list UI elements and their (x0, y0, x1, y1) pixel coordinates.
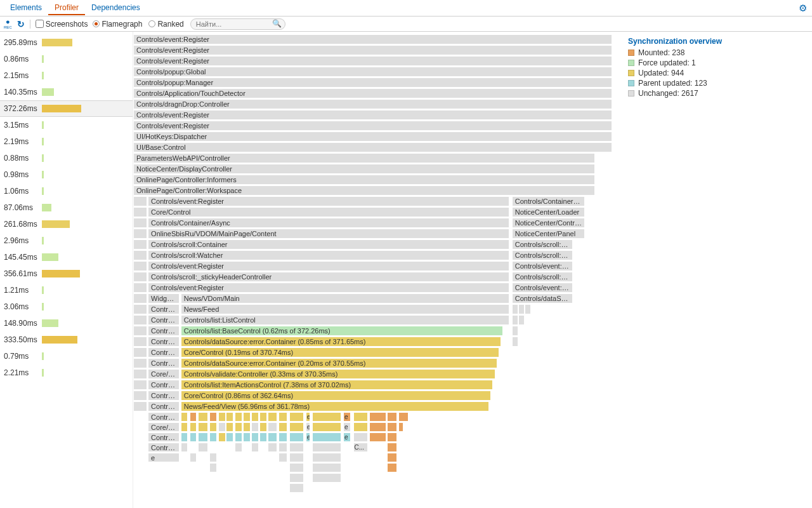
flame-bar[interactable] (133, 239, 147, 250)
flame-bar[interactable]: Control... (148, 326, 180, 336)
flame-bar[interactable]: Controls/dragnDrop:Controller (133, 99, 612, 109)
flame-bar[interactable] (226, 412, 233, 422)
flame-bar[interactable] (133, 391, 147, 401)
commit-row[interactable]: 0.88ms (0, 150, 133, 166)
flame-bar[interactable] (289, 483, 304, 493)
flame-bar[interactable] (518, 304, 525, 314)
flame-bar[interactable] (133, 293, 147, 304)
flame-bar[interactable] (133, 283, 147, 293)
flame-bar[interactable]: Controls/event:Regis... (512, 261, 573, 271)
commit-row[interactable]: 2.15ms (0, 67, 133, 84)
flame-bar[interactable] (133, 229, 147, 239)
flame-bar[interactable] (268, 432, 277, 442)
commit-row[interactable]: 0.79ms (0, 348, 133, 364)
flame-bar[interactable]: News/VDom/Main (181, 293, 509, 304)
flame-bar[interactable]: Controls/popup:Manager (133, 77, 612, 88)
flame-bar[interactable]: Controls/Container/Async (512, 196, 586, 206)
flame-bar[interactable] (289, 432, 304, 442)
flame-bar[interactable]: Controls/event:Register (133, 56, 612, 66)
flame-bar[interactable]: Control... (148, 358, 180, 368)
flame-bar[interactable] (512, 337, 518, 347)
flame-bar[interactable]: Controls/event:Register (133, 121, 612, 131)
flame-bar[interactable] (209, 463, 217, 472)
tab-elements[interactable]: Elements (4, 1, 48, 15)
flame-bar[interactable]: Controls/scroll:_stickyHeaderController (148, 272, 509, 282)
flame-bar[interactable] (133, 218, 147, 228)
flame-bar[interactable] (133, 196, 147, 206)
flame-bar[interactable] (353, 412, 368, 422)
flame-bar[interactable]: UI/HotKeys:Dispatcher (133, 131, 612, 142)
flame-bar[interactable] (243, 412, 251, 422)
flame-bar[interactable]: News/Feed/View (56.96ms of 361.78ms) (181, 401, 490, 411)
flame-bar[interactable] (512, 304, 518, 314)
flame-bar[interactable] (133, 261, 147, 271)
flame-bar[interactable] (235, 412, 242, 422)
flame-bar[interactable]: Controls/event:Register (133, 110, 612, 120)
flame-bar[interactable] (259, 432, 267, 442)
tab-profiler[interactable]: Profiler (48, 1, 85, 15)
search-icon[interactable]: 🔍 (272, 19, 282, 28)
flame-bar[interactable] (525, 304, 531, 314)
screenshots-checkbox-input[interactable] (36, 20, 44, 28)
flame-bar[interactable] (198, 422, 207, 432)
flame-bar[interactable]: e (306, 432, 311, 442)
flame-bar[interactable] (268, 443, 277, 452)
flame-bar[interactable]: C... (353, 443, 368, 452)
flame-bar[interactable]: Control... (148, 337, 180, 347)
flame-bar[interactable]: Controls/scroll:Container (148, 239, 509, 250)
commit-row[interactable]: 2.19ms (0, 133, 133, 150)
flame-bar[interactable]: Contro... (148, 432, 180, 442)
flame-bar[interactable] (218, 412, 226, 422)
flame-bar[interactable] (133, 304, 147, 314)
flame-bar[interactable] (218, 432, 226, 442)
flame-bar[interactable] (312, 443, 341, 452)
flame-bar[interactable]: UI/Base:Control (133, 142, 612, 152)
commit-row[interactable]: 0.98ms (0, 166, 133, 183)
flame-bar[interactable] (278, 432, 287, 442)
flame-bar[interactable] (398, 412, 408, 422)
commit-row[interactable]: 2.96ms (0, 232, 133, 249)
flame-bar[interactable]: Controls/event:Regis... (512, 283, 573, 293)
commit-row[interactable]: 261.68ms (0, 216, 133, 232)
flame-bar[interactable] (398, 422, 403, 432)
flame-bar[interactable] (190, 453, 197, 462)
flame-bar[interactable]: Control... (148, 391, 180, 401)
flame-bar[interactable] (369, 432, 386, 442)
flame-bar[interactable]: Controls/popup:Global (133, 67, 612, 77)
flame-bar[interactable] (133, 315, 147, 325)
radio-ranked[interactable]: Ranked (148, 20, 183, 29)
commit-row[interactable]: 140.35ms (0, 84, 133, 100)
flame-bar[interactable]: e (343, 422, 351, 432)
tab-dependencies[interactable]: Dependencies (85, 1, 147, 15)
flame-bar[interactable] (259, 412, 267, 422)
flame-bar[interactable]: NoticeCenter/Loader (512, 207, 586, 217)
flame-bar[interactable] (198, 412, 207, 422)
record-button[interactable]: ● REC (4, 18, 12, 29)
flame-bar[interactable] (181, 412, 188, 422)
flame-bar[interactable] (387, 432, 396, 442)
flame-bar[interactable] (133, 380, 147, 390)
flame-bar[interactable] (181, 422, 188, 432)
flame-bar[interactable] (289, 463, 304, 472)
flame-bar[interactable]: Controls/event:Register (148, 196, 509, 206)
flame-bar[interactable] (312, 432, 341, 442)
flame-bar[interactable] (278, 412, 287, 422)
flame-bar[interactable]: Control... (148, 380, 180, 390)
flame-bar[interactable]: OnlinePage/Controller:Workspace (133, 185, 595, 196)
flame-bar[interactable]: Controls/event:Register (133, 34, 612, 44)
flame-bar[interactable] (289, 412, 304, 422)
flame-bar[interactable]: Control... (148, 347, 180, 358)
flame-bar[interactable] (209, 422, 217, 432)
commit-row[interactable]: 145.45ms (0, 249, 133, 265)
flame-bar[interactable] (209, 432, 217, 442)
commit-row[interactable]: 356.61ms (0, 265, 133, 282)
flame-bar[interactable]: ParametersWebAPI/Controller (133, 153, 595, 163)
flame-bar[interactable] (133, 326, 147, 336)
flame-bar[interactable] (235, 422, 242, 432)
flame-bar[interactable]: Controls/event:Register (148, 283, 509, 293)
flame-bar[interactable] (133, 369, 147, 379)
flame-bar[interactable] (243, 422, 251, 432)
flame-bar[interactable] (251, 443, 259, 452)
flame-bar[interactable] (259, 422, 267, 432)
flame-bar[interactable] (278, 453, 287, 462)
